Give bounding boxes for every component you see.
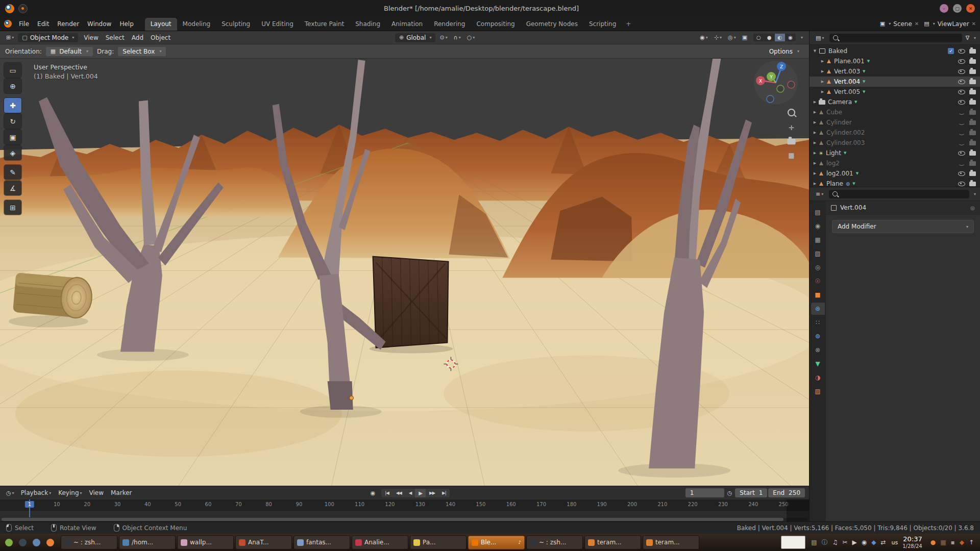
gizmo-y-label[interactable]: Y (769, 74, 773, 80)
visibility-eye-icon[interactable] (958, 161, 965, 166)
mode-dropdown[interactable]: ▢ Object Mode ▾ (18, 33, 78, 42)
notes-widget[interactable] (781, 536, 805, 549)
properties-tab-texture[interactable]: ▨ (811, 385, 825, 397)
blender-menu-icon[interactable] (4, 20, 12, 28)
play-tray-icon[interactable]: ▶ (852, 539, 856, 546)
jump-to-start-button[interactable]: |◀ (381, 489, 392, 497)
tool-rotate-button[interactable]: ↻ (4, 114, 21, 129)
properties-tab-view-layer[interactable]: ▧ (811, 247, 825, 260)
scene-selector[interactable]: ▣ ▾ Scene ✕ (880, 20, 919, 28)
current-frame-field[interactable]: 1 (685, 488, 724, 497)
shading-dropdown[interactable]: ▾ (798, 34, 805, 41)
tab-rendering[interactable]: Rendering (428, 18, 471, 31)
previous-keyframe-button[interactable]: ◀◀ (393, 489, 405, 497)
gizmos-dropdown[interactable]: ⊹▾ (712, 33, 724, 42)
volume-tray-icon[interactable]: ◉ (862, 539, 867, 546)
tab-animation[interactable]: Animation (386, 18, 428, 31)
viewport-menu-view[interactable]: View (80, 33, 102, 42)
taskbar-window-5[interactable]: Analie... (352, 536, 408, 549)
outliner-search-input[interactable] (829, 34, 962, 42)
render-visibility-icon[interactable] (969, 182, 976, 186)
proportional-toggle[interactable]: ○▾ (465, 33, 477, 42)
timeline-menu-playback[interactable]: Playback▾ (17, 488, 55, 497)
render-visibility-icon[interactable] (969, 120, 976, 125)
outliner-row-cube[interactable]: ▶Cube (810, 107, 980, 117)
pin-icon[interactable]: ◎ (970, 205, 975, 211)
tool-cursor-button[interactable]: ⊕ (4, 79, 21, 93)
menu-help[interactable]: Help (115, 19, 137, 29)
current-frame-indicator[interactable]: 1 (25, 501, 34, 508)
visibility-eye-icon[interactable] (958, 171, 965, 176)
outliner-row-cylinder-003[interactable]: ▶Cylinder.003 (810, 138, 980, 148)
taskbar-window-1[interactable]: /hom... (119, 536, 176, 549)
wood-panel-object[interactable] (373, 257, 449, 348)
taskbar-window-8[interactable]: ~ : zsh... (526, 536, 583, 549)
network-tray-icon[interactable]: ⇄ (880, 539, 886, 546)
render-visibility-icon[interactable] (969, 59, 976, 64)
expand-arrow-icon[interactable]: ▶ (811, 120, 819, 124)
visibility-eye-icon[interactable] (958, 120, 965, 125)
launcher-menu[interactable] (3, 536, 15, 549)
taskbar-window-0[interactable]: ~ : zsh... (61, 536, 117, 549)
render-visibility-icon[interactable] (969, 110, 976, 115)
menu-edit[interactable]: Edit (33, 19, 53, 29)
launcher-terminal[interactable] (16, 536, 29, 549)
visibility-eye-icon[interactable] (958, 110, 965, 115)
drag-setting-dropdown[interactable]: Select Box ▾ (118, 47, 166, 56)
orientation-setting-dropdown[interactable]: ▦ Default ▾ (46, 47, 93, 56)
tool-measure-button[interactable]: ∡ (4, 181, 21, 195)
expand-arrow-icon[interactable]: ▶ (811, 110, 819, 114)
outliner-row-plane[interactable]: ▶Plane⊛▼ (810, 179, 980, 187)
expand-arrow-icon[interactable]: ▶ (819, 59, 826, 63)
start-frame-field[interactable]: Start1 (735, 488, 767, 497)
render-visibility-icon[interactable] (969, 171, 976, 176)
visibility-eye-icon[interactable] (958, 80, 965, 84)
visibility-eye-icon[interactable] (958, 59, 965, 64)
next-keyframe-button[interactable]: ▶▶ (426, 489, 438, 497)
xray-toggle[interactable]: ▣ (740, 33, 749, 42)
outliner-row-log2[interactable]: ▶log2 (810, 158, 980, 168)
taskbar-window-2[interactable]: wallp... (177, 536, 234, 549)
expand-arrow-icon[interactable]: ▶ (811, 131, 819, 135)
keying-clock-icon[interactable]: ◷ (725, 489, 734, 497)
taskbar-clock[interactable]: 20:37 1/28/24 (902, 535, 922, 549)
navigation-gizmo[interactable]: Z X Y (753, 60, 799, 106)
visibility-eye-icon[interactable] (958, 49, 965, 54)
shading-rendered-button[interactable]: ◉ (785, 34, 796, 41)
clipper-tray-icon[interactable]: ✂ (842, 539, 847, 546)
render-visibility-icon[interactable] (969, 90, 976, 94)
timeline-menu-keying[interactable]: Keying▾ (55, 488, 85, 497)
camera-view-icon[interactable] (787, 139, 795, 144)
play-button[interactable]: ▶ (415, 489, 426, 497)
launcher-files[interactable] (30, 536, 43, 549)
properties-tab-render[interactable]: ◉ (811, 220, 825, 232)
menu-file[interactable]: File (15, 19, 33, 29)
outliner-row-cylinder-002[interactable]: ▶Cylinder.002 (810, 128, 980, 138)
close-button[interactable]: ✕ (966, 4, 975, 13)
shading-material-button[interactable]: ◐ (775, 34, 786, 41)
gizmo-z-label[interactable]: Z (780, 64, 783, 69)
properties-tab-scene[interactable]: ◎ (811, 261, 825, 273)
collection-checkbox[interactable]: ✓ (948, 48, 954, 54)
expand-arrow-icon[interactable]: ▶ (811, 161, 819, 165)
clipboard-tray-icon[interactable]: ▤ (811, 539, 817, 546)
expand-arrow-icon[interactable]: ▶ (819, 90, 826, 94)
orientation-dropdown[interactable]: ⊕ Global ▾ (395, 33, 436, 42)
expand-arrow-icon[interactable]: ▶ (811, 100, 819, 104)
properties-tab-world[interactable]: ☉ (811, 275, 825, 287)
expand-arrow-icon[interactable]: ▶ (811, 151, 819, 155)
minimize-button[interactable]: – (940, 4, 948, 13)
visibility-eye-icon[interactable] (958, 90, 965, 94)
tab-shading[interactable]: Shading (350, 18, 386, 31)
tool-move-button[interactable]: ✚ (4, 98, 21, 113)
properties-tab-data[interactable]: ▼ (811, 358, 825, 370)
tab-uv-editing[interactable]: UV Editing (256, 18, 299, 31)
tool-transform-button[interactable]: ◈ (4, 145, 21, 160)
outliner-editor-type-button[interactable]: ▤▾ (814, 34, 826, 42)
properties-tab-modifiers[interactable]: ⊛ (811, 303, 825, 315)
tool-add-cube-button[interactable]: ⊞ (4, 200, 21, 215)
outliner-row-cylinder[interactable]: ▶Cylinder (810, 117, 980, 128)
timeline-ruler[interactable]: 1020304050607080901001101201301401501601… (0, 500, 809, 511)
package-tray-icon[interactable]: ▦ (940, 539, 946, 546)
eject-tray-icon[interactable]: ↑ (969, 539, 974, 546)
